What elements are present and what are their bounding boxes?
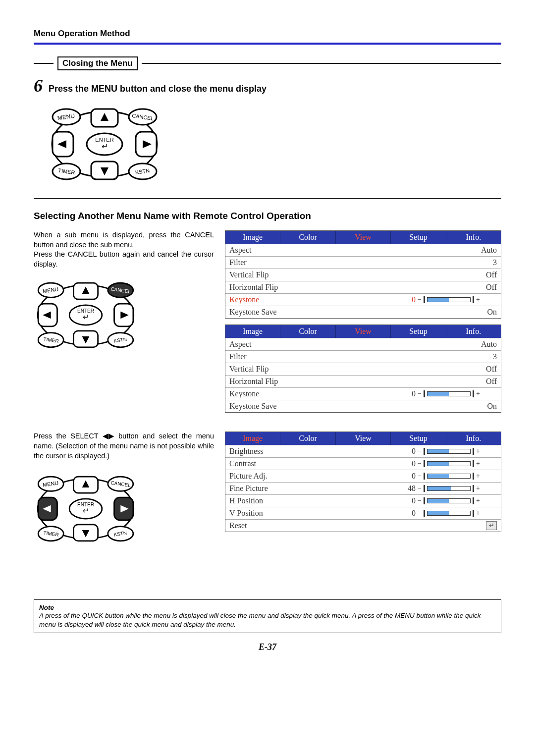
osd-row-label: Filter — [229, 258, 403, 267]
osd-row-label: Vertical Flip — [229, 365, 403, 374]
note-body: A press of the QUICK button while the me… — [39, 611, 496, 629]
svg-text:↵: ↵ — [102, 142, 108, 151]
osd-tab-view: View — [336, 231, 391, 244]
osd-row: V Position0−+ — [225, 507, 501, 519]
osd-row: Contrast0−+ — [225, 457, 501, 470]
osd-view-keystone-selected: ImageColorViewSetupInfo.AspectAutoFilter… — [225, 230, 501, 319]
section-2-heading: Selecting Another Menu Name with Remote … — [34, 211, 501, 221]
osd-row-label: Reset — [229, 521, 403, 530]
osd-row-value: Off — [403, 270, 497, 279]
osd-row-label: H Position — [229, 496, 403, 505]
osd-row-label: Aspect — [229, 246, 403, 255]
osd-tab-image: Image — [225, 432, 280, 445]
osd-row: Filter3 — [225, 256, 501, 269]
osd-tab-setup: Setup — [391, 231, 446, 244]
osd-tab-setup: Setup — [391, 432, 446, 445]
page-number: E-37 — [34, 642, 501, 652]
osd-row-label: Contrast — [229, 459, 403, 468]
paragraph-1a: When a sub menu is displayed, press the … — [34, 230, 214, 250]
osd-row-label: Horizontal Flip — [229, 283, 403, 292]
osd-tab-info: Info. — [446, 231, 501, 244]
divider — [34, 198, 501, 199]
osd-row-value: On — [403, 402, 497, 411]
osd-row: Reset↵ — [225, 519, 501, 532]
svg-text:↵: ↵ — [83, 313, 89, 321]
page-header: Menu Operation Method — [34, 29, 501, 45]
osd-row-label: Brightness — [229, 447, 403, 456]
osd-tab-setup: Setup — [391, 325, 446, 338]
osd-row-label: Aspect — [229, 340, 403, 349]
osd-row: Keystone0−+ — [225, 387, 501, 400]
osd-row-value: On — [403, 308, 497, 317]
remote-diagram-3: ENTER ↵ MENU CANCEL TIMER KSTN — [34, 470, 214, 550]
osd-row-value: Off — [403, 377, 497, 386]
osd-tabs: ImageColorViewSetupInfo. — [225, 231, 501, 244]
paragraph-2: Press the SELECT ◀▶ button and select th… — [34, 432, 214, 461]
step-6: 6 Press the MENU button and close the me… — [34, 75, 501, 96]
osd-row: Fine Picture48−+ — [225, 482, 501, 494]
step-text: Press the MENU button and close the menu… — [49, 84, 267, 94]
osd-view-plain: ImageColorViewSetupInfo.AspectAutoFilter… — [225, 324, 501, 413]
osd-tab-info: Info. — [446, 432, 501, 445]
osd-row-value: Auto — [403, 246, 497, 255]
osd-row: Filter3 — [225, 350, 501, 363]
osd-row: Keystone0−+ — [225, 293, 501, 306]
osd-row: Horizontal FlipOff — [225, 281, 501, 293]
osd-tab-color: Color — [280, 432, 335, 445]
note-box: Note A press of the QUICK button while t… — [34, 599, 501, 633]
osd-row: H Position0−+ — [225, 494, 501, 507]
closing-label: Closing the Menu — [57, 56, 138, 70]
left-right-arrows-icon: ◀▶ — [103, 432, 114, 441]
osd-row-label: Fine Picture — [229, 484, 403, 493]
osd-tabs: ImageColorViewSetupInfo. — [225, 325, 501, 338]
osd-row-label: Horizontal Flip — [229, 377, 403, 386]
osd-row-label: Keystone — [229, 295, 403, 304]
osd-tabs: ImageColorViewSetupInfo. — [225, 432, 501, 445]
osd-row-value: 3 — [403, 352, 497, 361]
note-title: Note — [39, 604, 496, 611]
reset-icon: ↵ — [486, 521, 497, 530]
osd-row-value: Off — [403, 283, 497, 292]
osd-tab-color: Color — [280, 231, 335, 244]
svg-text:↵: ↵ — [83, 507, 89, 515]
step-number: 6 — [34, 75, 43, 96]
osd-row-value: Off — [403, 365, 497, 374]
osd-row: Brightness0−+ — [225, 445, 501, 457]
osd-row-value: Auto — [403, 340, 497, 349]
closing-menu-row: Closing the Menu — [34, 56, 501, 70]
osd-tab-color: Color — [280, 325, 335, 338]
paragraph-1b: Press the CANCEL button again and cancel… — [34, 250, 214, 269]
osd-row: Vertical FlipOff — [225, 269, 501, 281]
osd-row-label: Filter — [229, 352, 403, 361]
osd-row-label: Vertical Flip — [229, 270, 403, 279]
osd-tab-view: View — [336, 325, 391, 338]
osd-row-label: V Position — [229, 509, 403, 518]
osd-tab-image: Image — [225, 325, 280, 338]
osd-row: Vertical FlipOff — [225, 363, 501, 375]
osd-image-menu: ImageColorViewSetupInfo.Brightness0−+Con… — [225, 432, 501, 532]
osd-row: AspectAuto — [225, 338, 501, 350]
osd-tab-image: Image — [225, 231, 280, 244]
osd-row-label: Keystone — [229, 389, 403, 398]
osd-row: Picture Adj.0−+ — [225, 470, 501, 482]
osd-row: Horizontal FlipOff — [225, 375, 501, 387]
osd-row-label: Keystone Save — [229, 308, 403, 317]
osd-tab-info: Info. — [446, 325, 501, 338]
remote-diagram-1: ENTER ↵ MENU CANCEL TIMER KSTN — [48, 102, 501, 188]
osd-row-value: 3 — [403, 258, 497, 267]
osd-tab-view: View — [336, 432, 391, 445]
osd-row-label: Keystone Save — [229, 402, 403, 411]
osd-row: AspectAuto — [225, 244, 501, 256]
osd-row: Keystone SaveOn — [225, 306, 501, 318]
remote-diagram-2: ENTER ↵ MENU CANCEL TIMER KSTN — [34, 276, 214, 356]
osd-row: Keystone SaveOn — [225, 400, 501, 412]
osd-row-label: Picture Adj. — [229, 472, 403, 481]
